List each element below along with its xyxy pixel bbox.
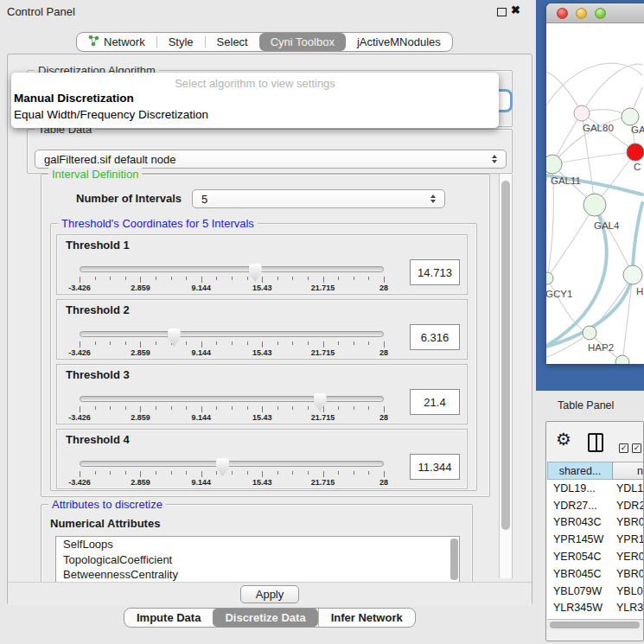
- tick-mark: [262, 341, 263, 348]
- checkbox-icon[interactable]: ✓: [632, 443, 641, 453]
- list-item-selfloops[interactable]: SelfLoops: [56, 537, 459, 552]
- threshold-value-input[interactable]: 11.344: [410, 454, 460, 480]
- slider-handle[interactable]: [249, 264, 262, 282]
- cell-name: YBR0: [613, 516, 644, 528]
- network-canvas[interactable]: GAL80GACGAL11GAL4GCY1HHAP2: [546, 23, 644, 364]
- network-edge: [546, 63, 642, 105]
- gear-icon[interactable]: ⚙: [556, 430, 571, 448]
- column-header-shared[interactable]: shared...: [547, 462, 613, 480]
- table-row[interactable]: YBR043CYBR0: [547, 514, 644, 532]
- tab-jactivemnodules[interactable]: jActiveMNodules: [346, 33, 452, 51]
- network-node-3[interactable]: [546, 155, 562, 174]
- tab-cyni-toolbox[interactable]: Cyni Toolbox: [259, 33, 346, 51]
- attributes-list-scrollbar[interactable]: [450, 539, 458, 580]
- table-hscrollbar-thumb[interactable]: [550, 622, 640, 628]
- network-node-0[interactable]: [574, 105, 590, 121]
- threshold-slider-3[interactable]: -3.4262.8599.14415.4321.71528: [80, 365, 384, 425]
- table-data-combobox[interactable]: galFiltered.sif default node: [35, 150, 507, 169]
- slider-track[interactable]: [80, 461, 384, 467]
- list-item-topologicalcoefficient[interactable]: TopologicalCoefficient: [56, 552, 459, 568]
- network-edge: [547, 278, 590, 333]
- slider-track[interactable]: [80, 396, 384, 402]
- tick-mark: [201, 341, 202, 348]
- network-node-2[interactable]: [627, 143, 644, 161]
- minimize-traffic-light-icon[interactable]: [576, 8, 587, 19]
- threshold-slider-2[interactable]: -3.4262.8599.14415.4321.71528: [80, 300, 384, 360]
- close-traffic-light-icon[interactable]: [557, 8, 568, 19]
- tick-mark: [292, 341, 293, 345]
- tick-label: -3.426: [68, 413, 91, 422]
- tick-mark: [216, 277, 217, 280]
- threshold-value-input[interactable]: 21.4: [410, 389, 460, 415]
- threshold-panel-3: Threshold 3-3.4262.8599.14415.4321.71528…: [56, 364, 468, 424]
- panel-scrollbar-thumb[interactable]: [501, 181, 510, 530]
- threshold-slider-1[interactable]: -3.4262.8599.14415.4321.71528: [80, 235, 384, 296]
- tick-mark: [171, 277, 172, 280]
- dropdown-option-manual-discretization[interactable]: Manual Discretization: [14, 92, 134, 105]
- tick-mark: [95, 277, 96, 280]
- network-node-4[interactable]: [583, 194, 606, 216]
- tick-mark: [354, 277, 354, 280]
- float-icon[interactable]: [497, 8, 507, 16]
- slider-track[interactable]: [80, 266, 384, 272]
- tick-mark: [338, 277, 339, 280]
- numerical-attributes-list[interactable]: SelfLoopsTopologicalCoefficientBetweenne…: [55, 536, 460, 583]
- tick-mark: [338, 341, 339, 345]
- node-label-gal80: GAL80: [583, 123, 614, 133]
- column-header-name[interactable]: na: [613, 462, 644, 480]
- network-edge: [547, 205, 595, 278]
- interval-definition-label: Interval Definition: [48, 168, 142, 181]
- threshold-value-input[interactable]: 6.316: [410, 324, 460, 350]
- tick-mark: [277, 277, 278, 280]
- numerical-attributes-label: Numerical Attributes: [50, 517, 160, 530]
- tab-discretize-data[interactable]: Discretize Data: [213, 609, 317, 627]
- tick-mark: [110, 277, 111, 280]
- tick-mark: [216, 341, 217, 345]
- tab-label: Network: [104, 35, 145, 48]
- list-item-betweennesscentrality[interactable]: BetweennessCentrality: [56, 567, 459, 583]
- close-icon[interactable]: ✖: [511, 3, 520, 16]
- table-row[interactable]: YDL19...YDL1: [547, 480, 644, 497]
- tab-impute-data[interactable]: Impute Data: [124, 609, 213, 627]
- slider-handle[interactable]: [168, 328, 181, 347]
- table-horizontal-scrollbar[interactable]: [547, 619, 644, 630]
- panel-vertical-scrollbar[interactable]: [499, 174, 513, 578]
- network-node-1[interactable]: [622, 108, 639, 125]
- checkbox-icon[interactable]: ✓: [619, 443, 628, 453]
- tick-mark: [323, 277, 324, 283]
- table-row[interactable]: YDR27...YDR2: [547, 497, 644, 514]
- slider-handle[interactable]: [216, 458, 229, 476]
- tab-infer-network[interactable]: Infer Network: [318, 609, 415, 627]
- table-row[interactable]: YPR145WYPR1: [547, 531, 644, 548]
- dropdown-option-equal-width-frequency[interactable]: Equal Width/Frequency Discretization: [14, 108, 208, 121]
- tab-select[interactable]: Select: [206, 33, 259, 51]
- number-of-intervals-label: Number of Intervals: [76, 192, 182, 205]
- slider-handle[interactable]: [314, 393, 327, 411]
- node-label-gcy1: GCY1: [546, 289, 572, 299]
- table-row[interactable]: YBL079WYBL0: [547, 583, 644, 600]
- table-panel-toolbar: ⚙ ✓ ✓: [546, 422, 643, 460]
- table-row[interactable]: YLR345WYLR3: [547, 600, 644, 617]
- network-node-6[interactable]: [623, 265, 642, 284]
- node-label-gal4: GAL4: [594, 220, 620, 231]
- tick-mark: [232, 341, 233, 345]
- tick-mark: [384, 471, 385, 477]
- zoom-traffic-light-icon[interactable]: [595, 8, 606, 19]
- tick-mark: [156, 277, 156, 280]
- number-of-intervals-combobox[interactable]: 5: [192, 189, 445, 208]
- tick-mark: [140, 341, 141, 348]
- tab-network[interactable]: Network: [77, 33, 156, 51]
- threshold-slider-4[interactable]: -3.4262.8599.14415.4321.71528: [80, 430, 384, 490]
- network-node-7[interactable]: [583, 326, 596, 340]
- network-node-8[interactable]: [615, 355, 629, 364]
- tick-label: 2.859: [131, 284, 150, 292]
- table-row[interactable]: YER054CYER0: [547, 548, 644, 565]
- slider-track[interactable]: [80, 331, 384, 337]
- tab-style[interactable]: Style: [157, 33, 205, 51]
- tab-label: jActiveMNodules: [357, 35, 441, 48]
- columns-icon[interactable]: [588, 433, 603, 452]
- threshold-value-input[interactable]: 14.713: [410, 259, 460, 285]
- table-row[interactable]: YBR045CYBR0: [547, 565, 644, 583]
- network-node-5[interactable]: [546, 272, 553, 284]
- apply-button[interactable]: Apply: [240, 585, 299, 603]
